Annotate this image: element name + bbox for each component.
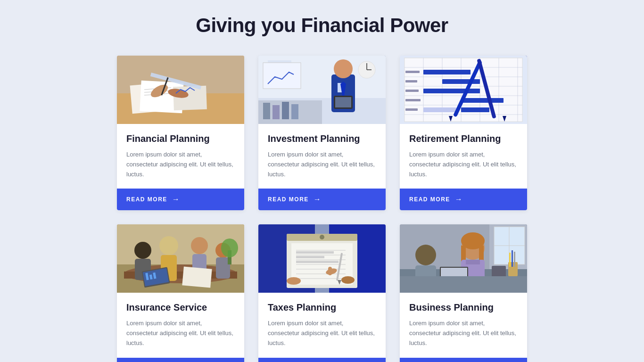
card-body-taxes-planning: Taxes Planning Lorem ipsum dolor sit ame… xyxy=(258,293,386,357)
svg-rect-29 xyxy=(291,104,298,119)
card-image-financial-planning xyxy=(117,56,244,124)
read-more-label-retirement-planning: READ MORE xyxy=(409,196,450,203)
page-title: Giving you Financial Power xyxy=(196,14,448,37)
svg-point-68 xyxy=(191,237,208,254)
card-body-financial-planning: Financial Planning Lorem ipsum dolor sit… xyxy=(117,124,244,189)
arrow-icon-retirement-planning: → xyxy=(455,195,463,204)
read-more-label-financial-planning: READ MORE xyxy=(126,196,167,203)
card-body-business-planning: Business Planning Lorem ipsum dolor sit … xyxy=(400,293,527,357)
svg-rect-98 xyxy=(328,267,332,275)
card-title-business-planning: Business Planning xyxy=(409,302,518,313)
card-financial-planning: Financial Planning Lorem ipsum dolor sit… xyxy=(117,56,244,210)
card-image-insurance-service xyxy=(117,224,244,293)
svg-point-66 xyxy=(159,236,178,255)
svg-point-101 xyxy=(287,277,301,285)
read-more-button-financial-planning[interactable]: READ MORE → xyxy=(117,189,244,210)
svg-rect-50 xyxy=(405,71,420,73)
card-image-investment-planning xyxy=(258,56,386,124)
card-title-investment-planning: Investment Planning xyxy=(268,133,376,144)
card-title-taxes-planning: Taxes Planning xyxy=(268,302,376,313)
svg-point-20 xyxy=(334,59,353,78)
svg-rect-117 xyxy=(466,260,480,264)
svg-rect-51 xyxy=(405,80,417,82)
svg-rect-54 xyxy=(405,108,418,111)
card-title-financial-planning: Financial Planning xyxy=(126,133,235,144)
svg-rect-28 xyxy=(282,102,289,119)
read-more-button-taxes-planning[interactable]: READ MORE → xyxy=(258,358,386,362)
read-more-button-insurance-service[interactable]: READ MORE → xyxy=(117,358,244,362)
card-image-taxes-planning xyxy=(258,224,386,293)
read-more-button-retirement-planning[interactable]: READ MORE → xyxy=(400,189,527,210)
card-description-investment-planning: Lorem ipsum dolor sit amet, consectetur … xyxy=(268,150,376,179)
card-body-investment-planning: Investment Planning Lorem ipsum dolor si… xyxy=(258,124,386,189)
card-title-insurance-service: Insurance Service xyxy=(126,302,235,313)
arrow-icon-financial-planning: → xyxy=(172,195,181,204)
svg-rect-53 xyxy=(405,99,421,101)
card-investment-planning: Investment Planning Lorem ipsum dolor si… xyxy=(258,56,386,210)
card-image-retirement-planning xyxy=(400,56,527,124)
svg-rect-121 xyxy=(509,253,511,267)
svg-rect-122 xyxy=(512,250,513,267)
card-body-insurance-service: Insurance Service Lorem ipsum dolor sit … xyxy=(117,293,244,357)
svg-rect-123 xyxy=(514,252,515,267)
svg-rect-26 xyxy=(263,103,270,119)
svg-rect-46 xyxy=(423,89,480,93)
svg-rect-94 xyxy=(296,251,334,254)
card-description-financial-planning: Lorem ipsum dolor sit amet, consectetur … xyxy=(126,150,235,179)
read-more-button-business-planning[interactable]: READ MORE → xyxy=(400,358,527,362)
svg-point-110 xyxy=(415,245,436,265)
arrow-icon-investment-planning: → xyxy=(314,195,322,204)
card-description-retirement-planning: Lorem ipsum dolor sit amet, consectetur … xyxy=(409,150,518,179)
cards-grid: Financial Planning Lorem ipsum dolor sit… xyxy=(117,56,527,362)
svg-rect-15 xyxy=(263,63,301,89)
svg-point-79 xyxy=(221,239,238,257)
card-taxes-planning: Taxes Planning Lorem ipsum dolor sit ame… xyxy=(258,224,386,362)
read-more-button-investment-planning[interactable]: READ MORE → xyxy=(258,189,386,210)
svg-rect-49 xyxy=(461,107,489,112)
svg-rect-27 xyxy=(272,105,280,119)
svg-rect-47 xyxy=(461,98,504,103)
svg-point-85 xyxy=(320,235,324,239)
card-insurance-service: Insurance Service Lorem ipsum dolor sit … xyxy=(117,224,244,362)
read-more-label-investment-planning: READ MORE xyxy=(268,196,309,203)
card-retirement-planning: Retirement Planning Lorem ipsum dolor si… xyxy=(400,56,527,210)
card-description-insurance-service: Lorem ipsum dolor sit amet, consectetur … xyxy=(126,319,235,348)
card-image-business-planning xyxy=(400,224,527,293)
svg-rect-44 xyxy=(423,70,471,74)
card-description-taxes-planning: Lorem ipsum dolor sit amet, consectetur … xyxy=(268,319,376,348)
svg-rect-125 xyxy=(400,276,527,293)
svg-rect-52 xyxy=(405,90,419,92)
svg-point-64 xyxy=(134,242,151,259)
svg-rect-48 xyxy=(423,107,456,112)
card-business-planning: Business Planning Lorem ipsum dolor sit … xyxy=(400,224,527,362)
svg-rect-45 xyxy=(442,79,480,84)
svg-rect-95 xyxy=(296,256,324,258)
svg-rect-77 xyxy=(182,267,212,288)
card-body-retirement-planning: Retirement Planning Lorem ipsum dolor si… xyxy=(400,124,527,189)
card-description-business-planning: Lorem ipsum dolor sit amet, consectetur … xyxy=(409,319,518,348)
svg-rect-96 xyxy=(296,261,339,263)
card-title-retirement-planning: Retirement Planning xyxy=(409,133,518,144)
svg-rect-24 xyxy=(335,97,351,107)
svg-point-102 xyxy=(341,276,355,284)
